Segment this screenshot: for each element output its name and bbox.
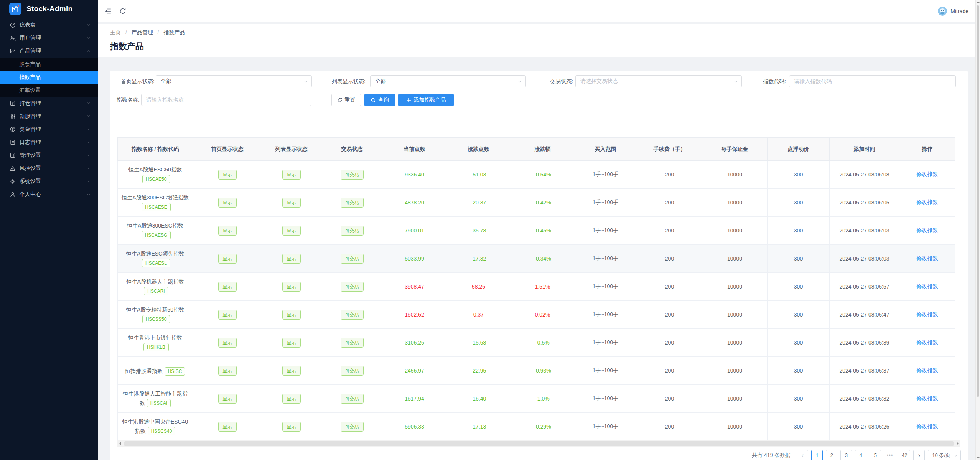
sidebar-item-11[interactable]: 个人中心 <box>0 188 98 201</box>
edit-index-link[interactable]: 修改指数 <box>917 199 938 205</box>
pagination-prev-button[interactable]: ‹ <box>797 450 808 460</box>
pagination-next-button[interactable]: › <box>913 450 925 460</box>
refresh-icon[interactable] <box>119 7 127 15</box>
sidebar-item-1[interactable]: 仪表盘 <box>0 18 98 31</box>
trade-status-badge[interactable]: 可交易 <box>341 198 364 208</box>
horizontal-scrollbar-thumb[interactable] <box>124 441 954 446</box>
page-size-select[interactable]: 10 条/页 <box>928 450 961 460</box>
edit-index-link[interactable]: 修改指数 <box>917 311 938 317</box>
edit-index-link[interactable]: 修改指数 <box>917 339 938 345</box>
edit-index-link[interactable]: 修改指数 <box>917 171 938 177</box>
edit-index-link[interactable]: 修改指数 <box>917 227 938 233</box>
home-status-badge[interactable]: 显示 <box>218 338 237 348</box>
trade-status-badge[interactable]: 可交易 <box>341 226 364 236</box>
query-button[interactable]: 查询 <box>364 94 395 106</box>
sidebar-item-4[interactable]: 持仓管理 <box>0 97 98 110</box>
buy-range: 1手~100手 <box>574 161 637 189</box>
index-name-input[interactable] <box>141 94 311 106</box>
index-name-cell: 恒生A股通ESG领先指数HSCAESL <box>118 245 193 273</box>
edit-index-link[interactable]: 修改指数 <box>917 283 938 289</box>
index-code-label: 指数代码: <box>744 75 786 87</box>
window-vertical-scrollbar[interactable] <box>975 0 980 460</box>
pagination-page-button[interactable]: 2 <box>826 450 837 460</box>
sidebar-item-9[interactable]: 风控设置 <box>0 162 98 175</box>
vertical-scrollbar-thumb[interactable] <box>977 5 979 397</box>
sidebar-subitem-1[interactable]: 股票产品 <box>0 58 98 71</box>
trade-status-cell: 可交易 <box>321 217 383 245</box>
trade-status-badge[interactable]: 可交易 <box>341 422 364 432</box>
home-status-badge[interactable]: 显示 <box>218 170 237 180</box>
trade-status-badge[interactable]: 可交易 <box>341 310 364 320</box>
trade-status-badge[interactable]: 可交易 <box>341 338 364 348</box>
trade-status-badge[interactable]: 可交易 <box>341 282 364 292</box>
list-status-select[interactable]: 全部 <box>370 75 526 87</box>
sidebar-item-7[interactable]: 日志管理 <box>0 136 98 149</box>
pagination-page-button[interactable]: 42 <box>899 450 910 460</box>
sidebar-item-2[interactable]: 用户管理 <box>0 31 98 45</box>
change-points: -15.68 <box>446 329 511 357</box>
list-status-badge[interactable]: 显示 <box>282 422 301 432</box>
table-horizontal-scrollbar[interactable] <box>117 440 960 447</box>
breadcrumb-section[interactable]: 产品管理 <box>132 29 153 35</box>
position-icon <box>10 100 16 106</box>
trade-status-select[interactable]: 请选择交易状态 <box>575 75 742 87</box>
trade-status-badge[interactable]: 可交易 <box>341 366 364 376</box>
reset-button[interactable]: 重置 <box>331 94 361 106</box>
home-status-badge[interactable]: 显示 <box>218 422 237 432</box>
pagination-page-button[interactable]: 5 <box>870 450 881 460</box>
pagination-page-button[interactable]: 4 <box>855 450 866 460</box>
list-status-badge[interactable]: 显示 <box>282 310 301 320</box>
home-status-cell: 显示 <box>193 273 262 301</box>
action-cell: 修改指数 <box>899 245 955 273</box>
breadcrumb-home[interactable]: 主页 <box>110 29 121 35</box>
trade-status-badge[interactable]: 可交易 <box>341 170 364 180</box>
scroll-left-arrow-icon[interactable] <box>119 442 121 445</box>
edit-index-link[interactable]: 修改指数 <box>917 395 938 401</box>
float-price: 300 <box>768 273 830 301</box>
home-status-badge[interactable]: 显示 <box>218 394 237 404</box>
home-status-badge[interactable]: 显示 <box>218 366 237 376</box>
edit-index-link[interactable]: 修改指数 <box>917 423 938 429</box>
home-status-badge[interactable]: 显示 <box>218 310 237 320</box>
sidebar-item-6[interactable]: 资金管理 <box>0 123 98 136</box>
user-avatar-icon[interactable] <box>938 7 947 16</box>
home-status-badge[interactable]: 显示 <box>218 282 237 292</box>
list-status-badge[interactable]: 显示 <box>282 282 301 292</box>
pagination-ellipsis[interactable]: ••• <box>884 450 896 460</box>
pagination-page-button[interactable]: 1 <box>811 450 823 460</box>
home-status-select[interactable]: 全部 <box>156 75 312 87</box>
list-status-badge[interactable]: 显示 <box>282 198 301 208</box>
topbar-user[interactable]: Mitrade <box>938 7 968 16</box>
sidebar-subitem-3[interactable]: 汇率设置 <box>0 84 98 97</box>
index-code-input[interactable] <box>789 75 956 87</box>
home-status-badge[interactable]: 显示 <box>218 254 237 264</box>
action-cell: 修改指数 <box>899 217 955 245</box>
home-status-cell: 显示 <box>193 217 262 245</box>
scroll-up-arrow-icon[interactable] <box>977 1 980 3</box>
sidebar-item-3[interactable]: 产品管理 <box>0 45 98 58</box>
sidebar-item-10[interactable]: 系统设置 <box>0 175 98 188</box>
add-index-button[interactable]: 添加指数产品 <box>398 94 454 106</box>
fee: 200 <box>637 385 702 413</box>
reset-icon <box>337 97 343 103</box>
edit-index-link[interactable]: 修改指数 <box>917 367 938 373</box>
scroll-down-arrow-icon[interactable] <box>977 457 980 459</box>
home-status-badge[interactable]: 显示 <box>218 198 237 208</box>
sidebar-item-5[interactable]: 新股管理 <box>0 110 98 123</box>
index-name-cell: 恒生香港上市银行指数HSHKLB <box>118 329 193 357</box>
trade-status-badge[interactable]: 可交易 <box>341 254 364 264</box>
sidebar-subitem-2[interactable]: 指数产品 <box>0 71 98 84</box>
list-status-badge[interactable]: 显示 <box>282 170 301 180</box>
home-status-badge[interactable]: 显示 <box>218 226 237 236</box>
list-status-badge[interactable]: 显示 <box>282 254 301 264</box>
menu-fold-icon[interactable] <box>104 7 112 15</box>
list-status-badge[interactable]: 显示 <box>282 226 301 236</box>
list-status-badge[interactable]: 显示 <box>282 394 301 404</box>
list-status-badge[interactable]: 显示 <box>282 366 301 376</box>
sidebar-item-8[interactable]: 管理设置 <box>0 149 98 162</box>
trade-status-badge[interactable]: 可交易 <box>341 394 364 404</box>
list-status-badge[interactable]: 显示 <box>282 338 301 348</box>
edit-index-link[interactable]: 修改指数 <box>917 255 938 261</box>
pagination-page-button[interactable]: 3 <box>840 450 852 460</box>
scroll-right-arrow-icon[interactable] <box>957 442 959 445</box>
